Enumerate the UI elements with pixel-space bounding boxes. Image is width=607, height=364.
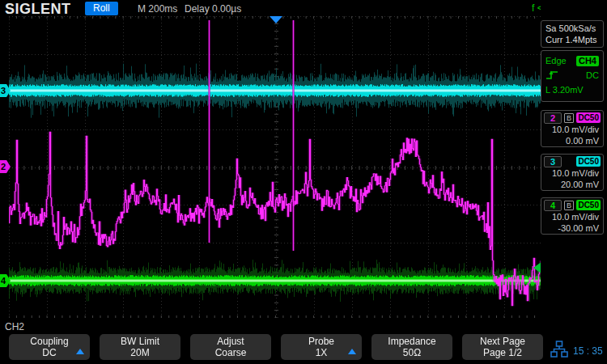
lan-network-icon xyxy=(550,341,568,361)
trigger-source-badge: CH4 xyxy=(576,56,599,66)
brand-logo: SIGLENT xyxy=(5,1,71,18)
trigger-info-box[interactable]: Edge CH4 DC L 3.20mV xyxy=(541,50,604,102)
trigger-coupling: DC xyxy=(586,70,599,80)
ch2-coupling-badge: DC50 xyxy=(576,112,601,123)
timebase-readout[interactable]: M 200ms xyxy=(138,3,177,15)
sample-rate: Sa 500kSa/s xyxy=(545,23,603,34)
probe-button[interactable]: Probe 1X xyxy=(281,334,362,360)
popup-arrow-icon xyxy=(348,349,356,354)
channel-box-ch4[interactable]: 4 B DC50 10.0 mV/div -30.00 mV xyxy=(541,197,604,235)
clock: 15 : 35 xyxy=(573,345,603,357)
memory-depth: Curr 1.4Mpts xyxy=(545,34,603,45)
waveform-display xyxy=(9,16,542,318)
ch4-offset: -30.00 mV xyxy=(544,222,601,234)
ch3-scale: 10.0 mV/div xyxy=(544,167,601,179)
status-bar: 15 : 35 xyxy=(541,334,607,364)
acquisition-mode-badge[interactable]: Roll xyxy=(85,2,118,15)
channel-box-ch2[interactable]: 2 B DC50 10.0 mV/div 0.00 mV xyxy=(541,110,604,147)
active-channel-label: CH2 xyxy=(5,321,24,332)
popup-arrow-icon xyxy=(76,349,84,354)
ch4-number: 4 xyxy=(544,200,562,211)
trigger-delay-readout[interactable]: Delay 0.00µs xyxy=(185,3,241,15)
trigger-type: Edge xyxy=(545,56,567,66)
channel-box-ch3[interactable]: 3 DC50 10.0 mV/div 20.00 mV xyxy=(541,154,604,191)
ch4-bw-limit-badge: B xyxy=(564,201,574,210)
waveform-plot xyxy=(9,16,542,318)
oscilloscope-screen: SIGLENT Roll M 200ms Delay 0.00µs f < 1H… xyxy=(0,0,607,364)
rising-edge-icon xyxy=(545,69,558,83)
trigger-level-readout: L 3.20mV xyxy=(545,85,584,95)
acquisition-info-box[interactable]: Sa 500kSa/s Curr 1.4Mpts xyxy=(541,20,604,48)
ch4-coupling-badge: DC50 xyxy=(576,200,601,210)
ch3-number: 3 xyxy=(544,156,562,167)
ch2-number: 2 xyxy=(544,112,562,124)
ch3-offset: 20.00 mV xyxy=(544,179,601,190)
ch2-bw-limit-badge: B xyxy=(564,113,574,123)
trigger-position-marker[interactable] xyxy=(270,16,282,23)
adjust-button[interactable]: Adjust Coarse xyxy=(190,334,271,360)
ch3-coupling-badge: DC50 xyxy=(576,156,601,167)
sidebar: Sa 500kSa/s Curr 1.4Mpts Edge CH4 DC L 3… xyxy=(541,0,607,364)
ch4-scale: 10.0 mV/div xyxy=(544,211,601,222)
impedance-button[interactable]: Impedance 50Ω xyxy=(371,334,452,360)
coupling-button[interactable]: Coupling DC xyxy=(9,334,90,360)
top-bar: SIGLENT Roll M 200ms Delay 0.00µs f < 1H… xyxy=(0,0,607,17)
bw-limit-button[interactable]: BW Limit 20M xyxy=(100,334,180,360)
next-page-button[interactable]: Next Page Page 1/2 xyxy=(462,334,543,360)
softkey-menu: Coupling DC BW Limit 20M Adjust Coarse P… xyxy=(9,334,543,360)
ch2-scale: 10.0 mV/div xyxy=(544,124,601,135)
ch2-offset: 0.00 mV xyxy=(544,135,601,146)
